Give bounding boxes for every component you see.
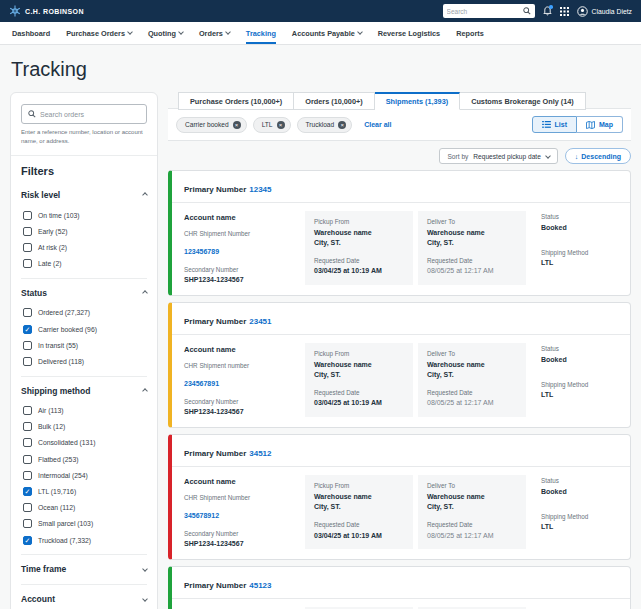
pickup-from-label: Pickup From xyxy=(314,218,404,225)
chevron-down-icon xyxy=(178,29,184,35)
shipment-card[interactable]: Primary Number12345 Account name CHR Shi… xyxy=(168,170,631,296)
status-label: Status xyxy=(541,477,618,484)
close-icon[interactable]: × xyxy=(277,121,285,129)
filter-checkbox-row[interactable]: Small parcel (103) xyxy=(21,516,147,532)
orders-search-input[interactable] xyxy=(40,111,140,118)
checkbox-icon xyxy=(23,471,32,480)
filter-section: Time frame xyxy=(21,554,147,584)
filter-checkbox-row[interactable]: Late (2) xyxy=(21,256,147,272)
filter-checkbox-row[interactable]: Carrier booked (96) xyxy=(21,321,147,337)
filter-section-header[interactable]: Risk level xyxy=(21,185,147,204)
filter-options: Ordered (27,327) Carrier booked (96) In … xyxy=(21,302,147,370)
filter-checkbox-row[interactable]: LTL (19,716) xyxy=(21,483,147,499)
filter-checkbox-row[interactable]: At risk (2) xyxy=(21,239,147,255)
chevron-icon xyxy=(142,388,148,394)
nav-item[interactable]: Reverse Logistics xyxy=(370,22,448,44)
filter-section-header[interactable]: Status xyxy=(21,283,147,302)
checkbox-icon xyxy=(23,438,32,447)
nav-item[interactable]: Quoting xyxy=(140,22,191,44)
tab[interactable]: Customs Brokerage Only (14) xyxy=(460,92,586,110)
filter-checkbox-row[interactable]: Ocean (112) xyxy=(21,500,147,516)
filter-section-header[interactable]: Account xyxy=(21,589,147,608)
list-view-button[interactable]: List xyxy=(532,116,577,133)
deliver-city: City, ST. xyxy=(427,238,517,248)
nav-item[interactable]: Dashboard xyxy=(4,22,58,44)
chr-shipment-link[interactable]: 123456789 xyxy=(184,248,219,255)
primary-number-link[interactable]: 12345 xyxy=(249,185,271,194)
filter-checkbox-row[interactable]: Truckload (7,332) xyxy=(21,532,147,548)
tab[interactable]: Shipments (1,393) xyxy=(375,92,460,110)
shipment-card[interactable]: Primary Number23451 Account name CHR Shi… xyxy=(168,302,631,428)
primary-number-label: Primary Number xyxy=(184,581,246,590)
chr-shipment-label: CHR Shipment number xyxy=(184,362,300,369)
card-body: Account name CHR Shipment number 2345678… xyxy=(172,335,630,427)
filter-section-header[interactable]: Shipping method xyxy=(21,381,147,400)
pickup-date: 03/04/25 at 10:19 AM xyxy=(314,398,404,408)
secondary-number: SHP1234-1234567 xyxy=(184,275,300,285)
tab[interactable]: Purchase Orders (10,000+) xyxy=(178,92,294,110)
filter-checkbox-row[interactable]: Early (52) xyxy=(21,223,147,239)
account-name: Account name xyxy=(184,213,300,222)
filter-checkbox-row[interactable]: In transit (55) xyxy=(21,337,147,353)
tab[interactable]: Orders (10,000+) xyxy=(294,92,374,110)
close-icon[interactable]: × xyxy=(338,121,346,129)
primary-number-link[interactable]: 45123 xyxy=(249,581,271,590)
checkbox-icon xyxy=(23,357,32,366)
filter-section: Shipping method Air (113) Bulk (12) Cons… xyxy=(21,376,147,555)
sort-direction-button[interactable]: ↓ Descending xyxy=(565,148,631,164)
clear-all-link[interactable]: Clear all xyxy=(364,121,391,128)
search-icon[interactable] xyxy=(523,7,531,15)
pickup-city: City, ST. xyxy=(314,238,404,248)
account-column: Account name CHR Shipment Number 3456789… xyxy=(184,475,300,549)
nav-item[interactable]: Purchase Orders xyxy=(58,22,140,44)
user-name: Claudia Dietz xyxy=(592,8,632,15)
chevron-icon xyxy=(142,566,148,572)
notifications-button[interactable] xyxy=(543,6,552,16)
filter-checkbox-row[interactable]: Intermodal (254) xyxy=(21,467,147,483)
chr-shipment-link[interactable]: 234567891 xyxy=(184,380,219,387)
user-menu[interactable]: Claudia Dietz xyxy=(577,6,632,17)
chevron-down-icon xyxy=(357,29,363,35)
card-body: Account name CHR Shipment Number 1234567… xyxy=(172,203,630,295)
status-column: Status Booked Shipping Method LTL xyxy=(531,475,618,549)
nav-item[interactable]: Tracking xyxy=(238,22,284,44)
deliver-panel: Deliver To Warehouse name City, ST. Requ… xyxy=(418,343,526,417)
filter-checkbox-row[interactable]: Bulk (12) xyxy=(21,419,147,435)
shipping-method-value: LTL xyxy=(541,522,618,532)
nav-item[interactable]: Accounts Payable xyxy=(284,22,370,44)
shipping-method-label: Shipping Method xyxy=(541,249,618,256)
filter-checkbox-row[interactable]: Ordered (27,327) xyxy=(21,305,147,321)
filter-chip[interactable]: LTL × xyxy=(253,117,291,133)
map-view-button[interactable]: Map xyxy=(577,116,623,133)
list-icon xyxy=(542,121,551,128)
view-toggle: List Map xyxy=(532,116,623,133)
nav-item[interactable]: Reports xyxy=(448,22,492,44)
shipment-card[interactable]: Primary Number45123 Account name CHR Shi… xyxy=(168,566,631,609)
status-value: Booked xyxy=(541,355,618,365)
status-value: Booked xyxy=(541,487,618,497)
global-search-input[interactable] xyxy=(447,8,523,15)
filter-checkbox-row[interactable]: Air (113) xyxy=(21,403,147,419)
primary-number-link[interactable]: 34512 xyxy=(249,449,271,458)
close-icon[interactable]: × xyxy=(233,121,241,129)
filter-chip[interactable]: Carrier booked × xyxy=(176,117,247,133)
filter-section-header[interactable]: Time frame xyxy=(21,559,147,578)
filter-checkbox-row[interactable]: On time (103) xyxy=(21,207,147,223)
filter-checkbox-row[interactable]: Consolidated (131) xyxy=(21,435,147,451)
filter-checkbox-row[interactable]: Delivered (118) xyxy=(21,353,147,369)
chr-shipment-link[interactable]: 345678912 xyxy=(184,512,219,519)
deliver-panel: Deliver To Warehouse name City, ST. Requ… xyxy=(418,211,526,285)
deliver-date: 08/05/25 at 12:17 AM xyxy=(427,398,517,408)
pickup-panel: Pickup From Warehouse name City, ST. Req… xyxy=(305,343,413,417)
primary-number-link[interactable]: 23451 xyxy=(249,317,271,326)
secondary-number-label: Secondary Number xyxy=(184,398,300,405)
filter-chip[interactable]: Truckload × xyxy=(297,117,353,133)
deliver-warehouse: Warehouse name xyxy=(427,492,517,502)
shipment-card[interactable]: Primary Number34512 Account name CHR Shi… xyxy=(168,434,631,560)
apps-grid-button[interactable] xyxy=(560,7,569,16)
nav-item[interactable]: Orders xyxy=(191,22,238,44)
filter-checkbox-row[interactable]: Flatbed (253) xyxy=(21,451,147,467)
card-header: Primary Number12345 xyxy=(172,171,630,203)
sort-by-dropdown[interactable]: Sort by Requested pickup date xyxy=(439,148,557,164)
card-body: Account name CHR Shipment Number 3456789… xyxy=(172,467,630,559)
